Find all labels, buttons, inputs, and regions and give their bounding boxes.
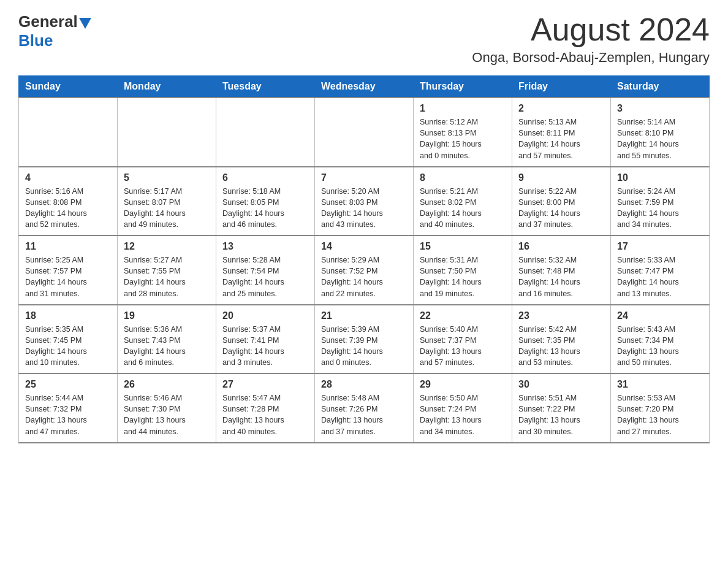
day-number: 27 bbox=[222, 379, 308, 390]
calendar-cell: 29Sunrise: 5:50 AM Sunset: 7:24 PM Dayli… bbox=[414, 373, 512, 443]
day-info: Sunrise: 5:35 AM Sunset: 7:45 PM Dayligh… bbox=[25, 324, 111, 369]
calendar-cell: 9Sunrise: 5:22 AM Sunset: 8:00 PM Daylig… bbox=[512, 167, 611, 236]
day-number: 13 bbox=[222, 241, 308, 252]
day-info: Sunrise: 5:29 AM Sunset: 7:52 PM Dayligh… bbox=[321, 255, 407, 299]
day-info: Sunrise: 5:39 AM Sunset: 7:39 PM Dayligh… bbox=[321, 324, 407, 369]
calendar-week-row: 1Sunrise: 5:12 AM Sunset: 8:13 PM Daylig… bbox=[19, 98, 710, 167]
calendar-cell: 25Sunrise: 5:44 AM Sunset: 7:32 PM Dayli… bbox=[19, 373, 118, 443]
day-info: Sunrise: 5:51 AM Sunset: 7:22 PM Dayligh… bbox=[518, 393, 604, 437]
day-number: 12 bbox=[124, 241, 210, 252]
calendar-cell: 23Sunrise: 5:42 AM Sunset: 7:35 PM Dayli… bbox=[512, 305, 611, 374]
col-header-sunday: Sunday bbox=[19, 76, 118, 98]
day-number: 22 bbox=[420, 310, 506, 321]
calendar-cell: 31Sunrise: 5:53 AM Sunset: 7:20 PM Dayli… bbox=[611, 373, 710, 443]
day-number: 20 bbox=[222, 310, 308, 321]
day-number: 11 bbox=[25, 241, 111, 252]
day-number: 28 bbox=[321, 379, 407, 390]
day-info: Sunrise: 5:31 AM Sunset: 7:50 PM Dayligh… bbox=[420, 255, 506, 299]
day-info: Sunrise: 5:14 AM Sunset: 8:10 PM Dayligh… bbox=[617, 117, 703, 161]
day-number: 7 bbox=[321, 172, 407, 183]
day-info: Sunrise: 5:33 AM Sunset: 7:47 PM Dayligh… bbox=[617, 255, 703, 299]
calendar-cell: 19Sunrise: 5:36 AM Sunset: 7:43 PM Dayli… bbox=[118, 305, 216, 374]
calendar-cell: 28Sunrise: 5:48 AM Sunset: 7:26 PM Dayli… bbox=[315, 373, 414, 443]
col-header-friday: Friday bbox=[512, 76, 611, 98]
day-info: Sunrise: 5:37 AM Sunset: 7:41 PM Dayligh… bbox=[222, 324, 308, 369]
day-info: Sunrise: 5:17 AM Sunset: 8:07 PM Dayligh… bbox=[124, 186, 210, 231]
day-info: Sunrise: 5:20 AM Sunset: 8:03 PM Dayligh… bbox=[321, 186, 407, 231]
calendar-cell: 13Sunrise: 5:28 AM Sunset: 7:54 PM Dayli… bbox=[216, 236, 315, 305]
day-number: 8 bbox=[420, 172, 506, 183]
day-info: Sunrise: 5:18 AM Sunset: 8:05 PM Dayligh… bbox=[222, 186, 308, 231]
day-info: Sunrise: 5:32 AM Sunset: 7:48 PM Dayligh… bbox=[518, 255, 604, 299]
calendar-cell: 4Sunrise: 5:16 AM Sunset: 8:08 PM Daylig… bbox=[19, 167, 118, 236]
day-info: Sunrise: 5:12 AM Sunset: 8:13 PM Dayligh… bbox=[420, 117, 506, 161]
day-info: Sunrise: 5:16 AM Sunset: 8:08 PM Dayligh… bbox=[25, 186, 111, 231]
calendar-week-row: 4Sunrise: 5:16 AM Sunset: 8:08 PM Daylig… bbox=[19, 167, 710, 236]
day-info: Sunrise: 5:22 AM Sunset: 8:00 PM Dayligh… bbox=[518, 186, 604, 231]
calendar-cell: 1Sunrise: 5:12 AM Sunset: 8:13 PM Daylig… bbox=[414, 98, 512, 167]
calendar-cell: 11Sunrise: 5:25 AM Sunset: 7:57 PM Dayli… bbox=[19, 236, 118, 305]
day-number: 16 bbox=[518, 241, 604, 252]
col-header-saturday: Saturday bbox=[611, 76, 710, 98]
day-info: Sunrise: 5:25 AM Sunset: 7:57 PM Dayligh… bbox=[25, 255, 111, 299]
day-number: 15 bbox=[420, 241, 506, 252]
day-number: 26 bbox=[124, 379, 210, 390]
calendar-cell: 8Sunrise: 5:21 AM Sunset: 8:02 PM Daylig… bbox=[414, 167, 512, 236]
calendar-cell: 14Sunrise: 5:29 AM Sunset: 7:52 PM Dayli… bbox=[315, 236, 414, 305]
day-info: Sunrise: 5:50 AM Sunset: 7:24 PM Dayligh… bbox=[420, 393, 506, 437]
day-number: 1 bbox=[420, 103, 506, 114]
calendar-cell: 10Sunrise: 5:24 AM Sunset: 7:59 PM Dayli… bbox=[611, 167, 710, 236]
calendar-cell bbox=[118, 98, 216, 167]
calendar-cell: 22Sunrise: 5:40 AM Sunset: 7:37 PM Dayli… bbox=[414, 305, 512, 374]
day-number: 14 bbox=[321, 241, 407, 252]
day-number: 18 bbox=[25, 310, 111, 321]
day-info: Sunrise: 5:43 AM Sunset: 7:34 PM Dayligh… bbox=[617, 324, 703, 369]
calendar-cell: 12Sunrise: 5:27 AM Sunset: 7:55 PM Dayli… bbox=[118, 236, 216, 305]
day-number: 21 bbox=[321, 310, 407, 321]
day-info: Sunrise: 5:47 AM Sunset: 7:28 PM Dayligh… bbox=[222, 393, 308, 437]
day-info: Sunrise: 5:21 AM Sunset: 8:02 PM Dayligh… bbox=[420, 186, 506, 231]
day-number: 4 bbox=[25, 172, 111, 183]
day-number: 17 bbox=[617, 241, 703, 252]
calendar-week-row: 18Sunrise: 5:35 AM Sunset: 7:45 PM Dayli… bbox=[19, 305, 710, 374]
header: General Blue August 2024 Onga, Borsod-Ab… bbox=[18, 12, 710, 66]
day-number: 31 bbox=[617, 379, 703, 390]
col-header-wednesday: Wednesday bbox=[315, 76, 414, 98]
day-info: Sunrise: 5:36 AM Sunset: 7:43 PM Dayligh… bbox=[124, 324, 210, 369]
day-info: Sunrise: 5:27 AM Sunset: 7:55 PM Dayligh… bbox=[124, 255, 210, 299]
calendar-cell: 5Sunrise: 5:17 AM Sunset: 8:07 PM Daylig… bbox=[118, 167, 216, 236]
day-info: Sunrise: 5:44 AM Sunset: 7:32 PM Dayligh… bbox=[25, 393, 111, 437]
calendar-week-row: 25Sunrise: 5:44 AM Sunset: 7:32 PM Dayli… bbox=[19, 373, 710, 443]
calendar-cell bbox=[315, 98, 414, 167]
calendar-cell: 27Sunrise: 5:47 AM Sunset: 7:28 PM Dayli… bbox=[216, 373, 315, 443]
logo: General Blue bbox=[18, 12, 91, 50]
day-number: 5 bbox=[124, 172, 210, 183]
calendar-cell: 2Sunrise: 5:13 AM Sunset: 8:11 PM Daylig… bbox=[512, 98, 611, 167]
day-number: 30 bbox=[518, 379, 604, 390]
day-info: Sunrise: 5:13 AM Sunset: 8:11 PM Dayligh… bbox=[518, 117, 604, 161]
day-number: 19 bbox=[124, 310, 210, 321]
title-area: August 2024 Onga, Borsod-Abauj-Zemplen, … bbox=[472, 12, 710, 66]
day-number: 24 bbox=[617, 310, 703, 321]
calendar-cell: 3Sunrise: 5:14 AM Sunset: 8:10 PM Daylig… bbox=[611, 98, 710, 167]
calendar-cell bbox=[216, 98, 315, 167]
col-header-thursday: Thursday bbox=[414, 76, 512, 98]
day-number: 29 bbox=[420, 379, 506, 390]
logo-triangle-icon bbox=[79, 18, 91, 29]
calendar-cell: 17Sunrise: 5:33 AM Sunset: 7:47 PM Dayli… bbox=[611, 236, 710, 305]
day-number: 3 bbox=[617, 103, 703, 114]
day-info: Sunrise: 5:53 AM Sunset: 7:20 PM Dayligh… bbox=[617, 393, 703, 437]
day-number: 9 bbox=[518, 172, 604, 183]
calendar-cell: 24Sunrise: 5:43 AM Sunset: 7:34 PM Dayli… bbox=[611, 305, 710, 374]
day-info: Sunrise: 5:42 AM Sunset: 7:35 PM Dayligh… bbox=[518, 324, 604, 369]
day-number: 2 bbox=[518, 103, 604, 114]
logo-blue-text: Blue bbox=[18, 31, 53, 50]
calendar-cell: 6Sunrise: 5:18 AM Sunset: 8:05 PM Daylig… bbox=[216, 167, 315, 236]
calendar-table: SundayMondayTuesdayWednesdayThursdayFrid… bbox=[18, 75, 710, 443]
day-number: 23 bbox=[518, 310, 604, 321]
calendar-cell: 26Sunrise: 5:46 AM Sunset: 7:30 PM Dayli… bbox=[118, 373, 216, 443]
logo-general-text: General bbox=[18, 12, 78, 31]
day-number: 25 bbox=[25, 379, 111, 390]
calendar-header-row: SundayMondayTuesdayWednesdayThursdayFrid… bbox=[19, 76, 710, 98]
col-header-tuesday: Tuesday bbox=[216, 76, 315, 98]
